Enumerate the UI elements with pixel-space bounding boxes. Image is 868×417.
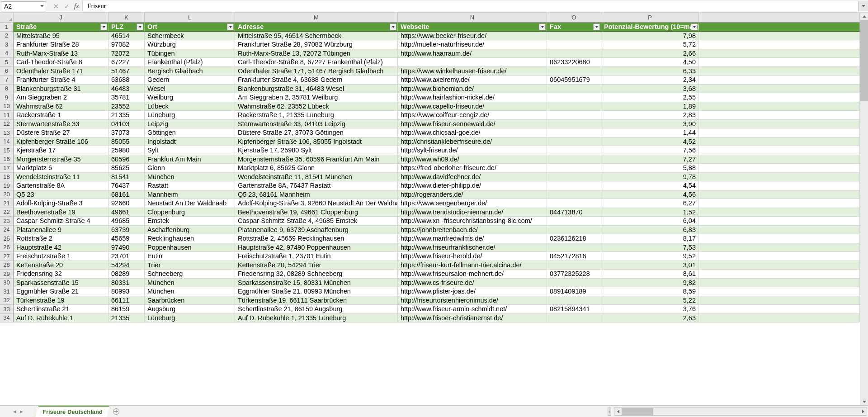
sheet-nav-next-icon[interactable]: ▸: [20, 408, 23, 415]
column-header-P[interactable]: P: [601, 13, 699, 23]
cell-K34[interactable]: 21335: [108, 314, 145, 323]
cell-N15[interactable]: http://sylt-friseur.de/: [398, 146, 547, 155]
cell-J18[interactable]: Wendelsteinstraße 11: [14, 173, 108, 182]
cell-L21[interactable]: Neustadt An Der Waldnaab: [145, 199, 235, 208]
cell-K4[interactable]: 72072: [108, 49, 145, 58]
cell-J8[interactable]: Blankenburgstraße 31: [14, 85, 108, 94]
cell-O29[interactable]: 03772325228: [547, 270, 601, 279]
cell-K27[interactable]: 23701: [108, 252, 145, 261]
cell-M2[interactable]: Mittelstraße 95, 46514 Schermbeck: [235, 32, 398, 41]
cell-M21[interactable]: Adolf-Kolping-Straße 3, 92660 Neustadt A…: [235, 199, 398, 208]
cell-K15[interactable]: 25980: [108, 146, 145, 155]
cell-M17[interactable]: Marktplatz 6, 85625 Glonn: [235, 164, 398, 173]
cell-M7[interactable]: Frankfurter Straße 4, 63688 Gedern: [235, 76, 398, 85]
cell-M23[interactable]: Caspar-Schmitz-Straße 4, 49685 Emstek: [235, 217, 398, 226]
cell-N21[interactable]: https://www.sengenberger.de/: [398, 199, 547, 208]
cell-J19[interactable]: Gartenstraße 8A: [14, 181, 108, 190]
cell-L18[interactable]: München: [145, 173, 235, 182]
cell-M31[interactable]: Eggmühler Straße 21, 80993 München: [235, 287, 398, 296]
cell-L10[interactable]: Lübeck: [145, 102, 235, 111]
row-header-2[interactable]: 2: [0, 32, 14, 41]
cell-L26[interactable]: Poppenhausen: [145, 243, 235, 252]
cell-P11[interactable]: 2,83: [601, 111, 699, 120]
formula-input[interactable]: [82, 1, 858, 11]
cell-O12[interactable]: [547, 120, 601, 129]
row-header-8[interactable]: 8: [0, 85, 14, 94]
cell-K6[interactable]: 51467: [108, 67, 145, 76]
cell-N19[interactable]: http://www.dieter-philipp.de/: [398, 181, 547, 190]
cell-P4[interactable]: 2,66: [601, 49, 699, 58]
cell-J14[interactable]: Kipfenberger Straße 106: [14, 137, 108, 147]
cell-K22[interactable]: 49661: [108, 208, 145, 217]
row-header-18[interactable]: 18: [0, 173, 14, 182]
row-header-10[interactable]: 10: [0, 102, 14, 111]
row-header-23[interactable]: 23: [0, 217, 14, 226]
cell-L33[interactable]: Augsburg: [145, 305, 235, 314]
cell-L20[interactable]: Mannheim: [145, 190, 235, 199]
cell-L19[interactable]: Rastatt: [145, 181, 235, 190]
cell-O18[interactable]: [547, 173, 601, 182]
cell-K19[interactable]: 76437: [108, 181, 145, 190]
row-header-9[interactable]: 9: [0, 93, 14, 102]
cell-N23[interactable]: http://www.xn--friseurchristianbssing-8l…: [398, 217, 547, 226]
cell-N25[interactable]: http://www.manfredwilms.de/: [398, 234, 547, 243]
cell-O14[interactable]: [547, 137, 601, 147]
column-header-J[interactable]: J: [14, 13, 108, 23]
cell-K17[interactable]: 85625: [108, 164, 145, 173]
cell-O26[interactable]: [547, 243, 601, 252]
cell-L31[interactable]: München: [145, 287, 235, 296]
cell-P17[interactable]: 5,88: [601, 164, 699, 173]
cell-N6[interactable]: https://www.winkelhausen-friseur.de/: [398, 67, 547, 76]
cell-L9[interactable]: Weilburg: [145, 93, 235, 102]
name-box[interactable]: A2: [1, 1, 46, 11]
row-header-27[interactable]: 27: [0, 252, 14, 261]
cell-P19[interactable]: 4,54: [601, 181, 699, 190]
cell-J23[interactable]: Caspar-Schmitz-Straße 4: [14, 217, 108, 226]
cell-M27[interactable]: Freischützstraße 1, 23701 Eutin: [235, 252, 398, 261]
cell-L17[interactable]: Glonn: [145, 164, 235, 173]
cell-K26[interactable]: 97490: [108, 243, 145, 252]
cell-M19[interactable]: Gartenstraße 8A, 76437 Rastatt: [235, 181, 398, 190]
cell-P14[interactable]: 4,52: [601, 137, 699, 147]
cell-M30[interactable]: Sparkassenstraße 15, 80331 München: [235, 279, 398, 288]
sheet-nav[interactable]: ◂ ▸: [0, 406, 36, 417]
cell-P18[interactable]: 9,78: [601, 173, 699, 182]
row-header-19[interactable]: 19: [0, 181, 14, 190]
cell-M25[interactable]: Rottstraße 2, 45659 Recklinghausen: [235, 234, 398, 243]
cell-L13[interactable]: Göttingen: [145, 128, 235, 137]
table-header-P[interactable]: Potenzial-Bewertung (10=max): [601, 23, 699, 32]
cell-P9[interactable]: 2,55: [601, 93, 699, 102]
cell-J6[interactable]: Odenthaler Straße 171: [14, 67, 108, 76]
cell-P8[interactable]: 3,68: [601, 85, 699, 94]
cell-O6[interactable]: [547, 67, 601, 76]
cell-K14[interactable]: 85055: [108, 137, 145, 147]
cell-M8[interactable]: Blankenburgstraße 31, 46483 Wesel: [235, 85, 398, 94]
cell-K18[interactable]: 81541: [108, 173, 145, 182]
cell-N28[interactable]: https://friseur-kurt-fellmann-trier.alci…: [398, 261, 547, 270]
table-header-N[interactable]: Webseite: [398, 23, 547, 32]
cell-M24[interactable]: Platanenallee 9, 63739 Aschaffenburg: [235, 226, 398, 235]
filter-dropdown-icon[interactable]: [539, 24, 546, 30]
filter-dropdown-icon[interactable]: [137, 24, 143, 30]
cell-J21[interactable]: Adolf-Kolping-Straße 3: [14, 199, 108, 208]
filter-dropdown-icon[interactable]: [691, 24, 698, 30]
filter-dropdown-icon[interactable]: [593, 24, 600, 30]
cell-J27[interactable]: Freischützstraße 1: [14, 252, 108, 261]
cell-O9[interactable]: [547, 93, 601, 102]
cell-P32[interactable]: 5,22: [601, 296, 699, 305]
cell-N18[interactable]: http://www.davidfechner.de/: [398, 173, 547, 182]
cell-N22[interactable]: http://www.trendstudio-niemann.de/: [398, 208, 547, 217]
cell-L6[interactable]: Bergisch Gladbach: [145, 67, 235, 76]
cell-N27[interactable]: http://www.friseur-herold.de/: [398, 252, 547, 261]
cell-J9[interactable]: Am Sieggraben 2: [14, 93, 108, 102]
cell-M15[interactable]: Kjerstraße 17, 25980 Sylt: [235, 146, 398, 155]
cell-N17[interactable]: https://fred-oberloher-friseure.de/: [398, 164, 547, 173]
cell-L7[interactable]: Gedern: [145, 76, 235, 85]
cell-P3[interactable]: 5,72: [601, 40, 699, 49]
row-header-32[interactable]: 32: [0, 296, 14, 305]
cell-P13[interactable]: 1,44: [601, 128, 699, 137]
cell-J29[interactable]: Friedensring 32: [14, 270, 108, 279]
cell-N24[interactable]: https://johnbreitenbach.de/: [398, 226, 547, 235]
cell-K2[interactable]: 46514: [108, 32, 145, 41]
scroll-left-icon[interactable]: [614, 408, 622, 415]
